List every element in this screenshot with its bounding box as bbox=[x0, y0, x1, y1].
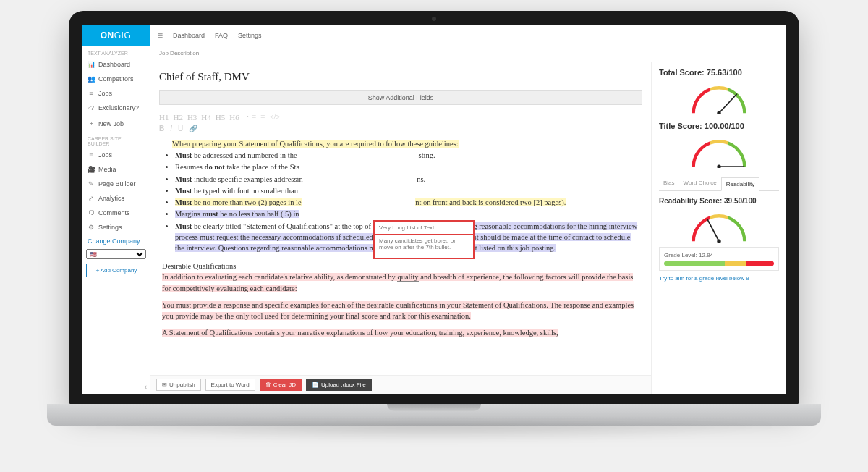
sidebar-item-label: Exclusionary? bbox=[98, 104, 139, 111]
heading-h1[interactable]: H1 bbox=[159, 113, 169, 122]
sidebar-item-label: Settings bbox=[98, 224, 122, 231]
button-label: Clear JD bbox=[273, 382, 296, 388]
sidebar-item-exclusionary[interactable]: ◦? Exclusionary? bbox=[82, 101, 150, 115]
sidebar-section-builder: CAREER SITE BUILDER bbox=[82, 132, 150, 148]
tab-readability[interactable]: Readability bbox=[721, 177, 760, 191]
italic-icon[interactable]: I bbox=[170, 125, 172, 132]
camera-icon: 🎥 bbox=[88, 166, 95, 173]
bold-icon[interactable]: B bbox=[159, 125, 164, 132]
heading-h6[interactable]: H6 bbox=[229, 113, 239, 122]
pencil-icon: ✎ bbox=[88, 180, 95, 187]
nav-settings[interactable]: Settings bbox=[238, 32, 262, 39]
grade-level-box: Grade Level: 12.84 bbox=[659, 247, 779, 271]
collapse-sidebar-icon[interactable]: ‹ bbox=[145, 383, 147, 391]
upload-docx-button[interactable]: 📄 Upload .docx File bbox=[306, 379, 372, 391]
link-icon[interactable]: 🔗 bbox=[189, 125, 197, 132]
file-icon: 📄 bbox=[312, 382, 319, 388]
sidebar-item-label: Media bbox=[98, 166, 116, 173]
sidebar-item-label: Competitors bbox=[98, 75, 134, 83]
bullet-item: Must include specific examples addressin… bbox=[175, 174, 639, 185]
score-panel: Total Score: 75.63/100 Title Score: 100.… bbox=[652, 62, 786, 394]
sidebar-item-label: New Job bbox=[98, 120, 124, 127]
nav-faq[interactable]: FAQ bbox=[215, 32, 228, 39]
svg-line-0 bbox=[719, 94, 737, 114]
trash-icon: 🗑 bbox=[265, 382, 271, 388]
bullet-item: Resumes do not take the place of the Sta bbox=[175, 161, 639, 172]
svg-line-4 bbox=[707, 219, 719, 241]
tab-word-choice[interactable]: Word Choice bbox=[679, 177, 721, 190]
job-title: Chief of Staff, DMV bbox=[159, 71, 642, 83]
sidebar-item-label: Jobs bbox=[98, 151, 112, 159]
svg-point-3 bbox=[717, 165, 720, 168]
sidebar-item-media[interactable]: 🎥 Media bbox=[82, 162, 150, 177]
brand-suffix: GIG bbox=[114, 30, 132, 41]
nav-dashboard[interactable]: Dashboard bbox=[173, 32, 205, 39]
brand-prefix: ON bbox=[101, 30, 114, 41]
tooltip-title: Very Long List of Text bbox=[375, 222, 473, 235]
code-icon[interactable]: </> bbox=[269, 112, 280, 122]
breadcrumb: Job Description bbox=[150, 46, 786, 62]
warning-tooltip: Very Long List of Text Many candidates g… bbox=[373, 220, 475, 259]
doc-paragraph: A Statement of Qualifications contains y… bbox=[162, 329, 558, 337]
sidebar-item-label: Page Builder bbox=[98, 180, 136, 187]
score-tabs: Bias Word Choice Readability bbox=[659, 177, 779, 191]
ordered-list-icon[interactable]: ≡ bbox=[260, 112, 265, 122]
bullet-item: Must be no more than two (2) pages in le… bbox=[175, 197, 639, 208]
heading-h4[interactable]: H4 bbox=[201, 113, 210, 122]
readability-score-label: Readability Score: 39.50/100 bbox=[659, 197, 779, 205]
action-bar: ✉ Unpublish Export to Word 🗑 Clear JD 📄 … bbox=[150, 375, 651, 394]
sidebar-item-label: Dashboard bbox=[98, 61, 130, 68]
sidebar-item-jobs[interactable]: ≡ Jobs bbox=[82, 86, 150, 101]
company-select[interactable]: 🇺🇸 bbox=[86, 249, 146, 259]
readability-score-gauge bbox=[686, 209, 752, 243]
sidebar-item-analytics[interactable]: ⤢ Analytics bbox=[82, 191, 150, 206]
topbar: ≡ Dashboard FAQ Settings bbox=[150, 25, 786, 46]
dashboard-icon: 📊 bbox=[88, 61, 95, 68]
show-additional-fields-button[interactable]: Show Additional Fields bbox=[159, 90, 642, 105]
button-label: Unpublish bbox=[169, 382, 195, 388]
underline-icon[interactable]: U bbox=[178, 125, 183, 132]
sidebar-item-competitors[interactable]: 👥 Competitors bbox=[82, 72, 150, 86]
brand-logo: ONGIG bbox=[82, 25, 150, 46]
change-company-link[interactable]: Change Company bbox=[82, 235, 150, 248]
list-icon: ≡ bbox=[88, 90, 95, 97]
export-word-button[interactable]: Export to Word bbox=[205, 379, 255, 391]
hamburger-icon[interactable]: ≡ bbox=[158, 30, 163, 41]
sidebar-item-label: Comments bbox=[98, 209, 130, 216]
tooltip-body: Many candidates get bored or move on aft… bbox=[375, 235, 473, 258]
doc-intro: When preparing your Statement of Qualifi… bbox=[172, 140, 459, 148]
unpublish-button[interactable]: ✉ Unpublish bbox=[156, 379, 201, 391]
desirable-qual-heading: Desirable Qualifications bbox=[162, 261, 639, 271]
sidebar-item-label: Jobs bbox=[98, 90, 112, 97]
sidebar: ONGIG TEXT ANALYZER 📊 Dashboard 👥 Compet… bbox=[82, 25, 150, 394]
sidebar-item-comments[interactable]: 🗨 Comments bbox=[82, 206, 150, 220]
competitors-icon: 👥 bbox=[88, 75, 95, 83]
bullet-list-icon[interactable]: ⋮≡ bbox=[244, 112, 256, 122]
editor-format-toolbar: B I U 🔗 bbox=[159, 123, 642, 137]
sidebar-item-dashboard[interactable]: 📊 Dashboard bbox=[82, 57, 150, 72]
sidebar-item-page-builder[interactable]: ✎ Page Builder bbox=[82, 177, 150, 191]
title-score-gauge bbox=[686, 135, 752, 168]
heading-h5[interactable]: H5 bbox=[216, 113, 225, 122]
grade-level-text: Grade Level: 12.84 bbox=[664, 252, 774, 258]
button-label: Upload .docx File bbox=[321, 382, 366, 388]
sidebar-item-jobs-2[interactable]: ≡ Jobs bbox=[82, 148, 150, 162]
bullet-item: Must be typed with font no smaller than bbox=[175, 185, 639, 196]
grade-level-bar bbox=[664, 261, 774, 266]
doc-paragraph: You must provide a response and specific… bbox=[162, 301, 634, 320]
sidebar-item-label: Analytics bbox=[98, 195, 124, 202]
heading-h2[interactable]: H2 bbox=[173, 113, 182, 122]
heading-h3[interactable]: H3 bbox=[187, 113, 197, 122]
grade-tip[interactable]: Try to aim for a grade level below 8 bbox=[659, 275, 779, 282]
clear-jd-button[interactable]: 🗑 Clear JD bbox=[260, 379, 302, 391]
analytics-icon: ⤢ bbox=[88, 195, 95, 202]
sidebar-section-analyzer: TEXT ANALYZER bbox=[82, 46, 150, 57]
total-score-gauge bbox=[686, 81, 752, 114]
bullet-item: Must be addressed and numbered in the___… bbox=[175, 150, 639, 161]
sidebar-item-settings[interactable]: ⚙ Settings bbox=[82, 220, 150, 235]
gear-icon: ⚙ bbox=[88, 224, 95, 231]
tab-bias[interactable]: Bias bbox=[659, 177, 679, 190]
sidebar-item-new-job[interactable]: ＋ New Job bbox=[82, 115, 150, 132]
envelope-icon: ✉ bbox=[162, 382, 167, 388]
add-company-button[interactable]: ＋Add Company bbox=[86, 264, 145, 277]
